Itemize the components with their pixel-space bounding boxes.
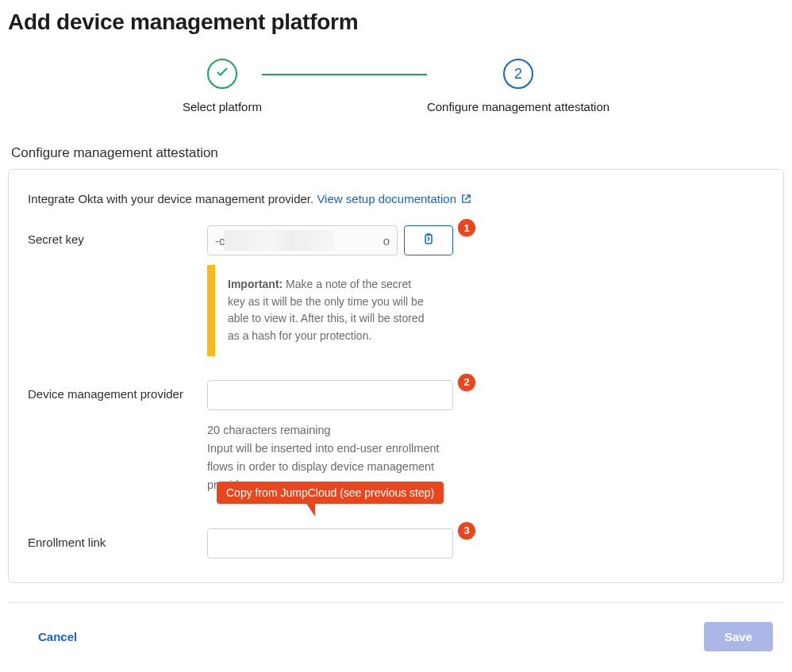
annotation-badge-3: 3 — [458, 522, 475, 540]
enrollment-link-input[interactable] — [207, 528, 453, 559]
step-2-label: Configure management attestation — [427, 100, 609, 113]
provider-chars-remaining: 20 characters remaining — [207, 424, 331, 436]
secret-key-label: Secret key — [28, 225, 207, 246]
check-icon — [216, 66, 229, 83]
step-2-circle: 2 — [503, 59, 533, 89]
callout-strong: Important: — [228, 278, 283, 290]
secret-key-row: Secret key -c o 1 — [28, 225, 764, 356]
step-1-circle — [207, 59, 237, 89]
setup-doc-link-label: View setup documentation — [317, 192, 456, 205]
provider-label: Device management provider — [28, 380, 207, 401]
cancel-button[interactable]: Cancel — [38, 630, 77, 643]
config-panel: Integrate Okta with your device manageme… — [8, 169, 784, 583]
annotation-badge-1: 1 — [458, 219, 475, 236]
tooltip-arrow-icon — [306, 502, 315, 516]
section-heading: Configure management attestation — [11, 145, 784, 161]
footer-actions: Cancel Save — [8, 603, 784, 667]
page-title: Add device management platform — [8, 10, 784, 35]
external-link-icon — [461, 193, 471, 206]
step-1-label: Select platform — [183, 100, 262, 113]
clipboard-icon — [422, 233, 435, 248]
step-1: Select platform — [183, 59, 262, 113]
setup-doc-link[interactable]: View setup documentation — [317, 192, 471, 205]
step-2: 2 Configure management attestation — [427, 59, 609, 113]
secret-key-input[interactable] — [207, 225, 398, 255]
intro-line: Integrate Okta with your device manageme… — [28, 192, 764, 206]
enrollment-link-label: Enrollment link — [28, 528, 207, 549]
enrollment-link-row: Enrollment link 3 — [28, 528, 764, 559]
provider-row: Device management provider 2 20 characte… — [28, 380, 764, 495]
save-button[interactable]: Save — [704, 622, 773, 651]
stepper: Select platform 2 Configure management a… — [8, 59, 784, 113]
intro-text: Integrate Okta with your device manageme… — [28, 192, 313, 205]
copy-from-jumpcloud-tooltip: Copy from JumpCloud (see previous step) — [217, 482, 444, 504]
annotation-badge-2: 2 — [458, 374, 475, 391]
secret-key-callout: Important: Make a note of the secret key… — [207, 265, 437, 356]
provider-input[interactable] — [207, 380, 453, 410]
copy-secret-button[interactable] — [404, 225, 453, 255]
step-connector — [262, 74, 427, 75]
